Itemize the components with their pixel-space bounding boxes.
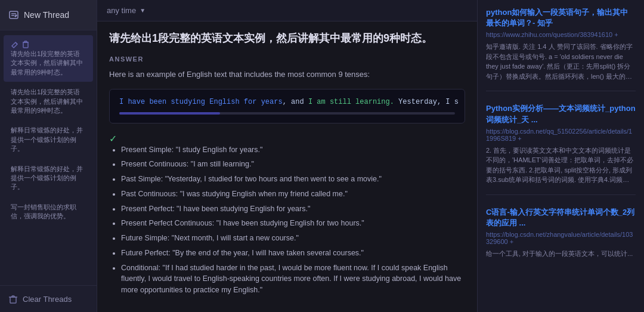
time-filter-label: any time	[107, 6, 136, 15]
thread-item-text: 写一封销售职位的求职信，强调我的优势。	[11, 203, 86, 221]
list-item[interactable]: 解释日常锻炼的好处，并提供一个锻炼计划的例子。	[4, 160, 93, 197]
result-title[interactable]: python如何输入一段英语句子，输出其中最长的单词？- 知乎	[486, 7, 636, 29]
svg-rect-4	[23, 42, 28, 48]
result-snippet: 2. 首先，要识读英文文本和中文文本的词频统计是不同的，'HAMLET'词善处理…	[486, 146, 636, 185]
list-item[interactable]: 请先给出1段完整的英语文本实例，然后讲解其中最常用的9种时态。	[4, 35, 93, 82]
clear-threads-label: Clear Threads	[23, 295, 72, 304]
new-thread-button[interactable]: New Thread	[0, 0, 97, 30]
code-scroll-thumb	[119, 112, 220, 115]
result-url: https://blog.csdn.net/zhangvalue/article…	[486, 231, 636, 245]
search-result: Python实例分析——文本词频统计_python词频统计_天 ... http…	[486, 103, 636, 194]
main-toolbar: any time ▼	[97, 0, 477, 21]
main-area: any time ▼ 请先给出1段完整的英语文本实例，然后讲解其中最常用的9种时…	[97, 0, 477, 312]
list-item: Present Perfect Continuous: "I have been…	[121, 218, 465, 229]
edit-icon	[11, 40, 19, 48]
thread-item-text: 解释日常锻炼的好处，并提供一个锻炼计划的例子。	[11, 165, 86, 192]
list-item: Past Continuous: "I was studying English…	[121, 189, 465, 200]
result-title[interactable]: C语言-输入行英文字符串统计单词个数_2列表的应用 ...	[486, 207, 636, 228]
list-item: Future Perfect: "By the end of the year,…	[121, 248, 465, 259]
thread-list: 请先给出1段完整的英语文本实例，然后讲解其中最常用的9种时态。 请先给出1段完整…	[0, 30, 97, 285]
thread-item-text: 请先给出1段完整的英语文本实例，然后讲解其中最常用的9种时态。	[11, 50, 86, 77]
clear-threads-button[interactable]: Clear Threads	[0, 285, 97, 312]
thread-item-text: 解释日常锻炼的好处，并提供一个锻炼计划的例子。	[11, 126, 86, 153]
code-highlight: I have been studying English for years	[119, 98, 283, 106]
svg-line-3	[16, 42, 17, 44]
tenses-list: Present Simple: "I study English for yea…	[109, 144, 465, 296]
list-item: Conditional: "If I had studied harder in…	[121, 262, 465, 296]
trash-icon	[8, 294, 18, 304]
check-icon: ✓	[109, 133, 465, 144]
result-url: https://www.zhihu.com/question/383941610…	[486, 31, 636, 38]
list-item[interactable]: 解释日常锻炼的好处，并提供一个锻炼计划的例子。	[4, 121, 93, 158]
code-scrollbar[interactable]	[119, 112, 455, 115]
list-item: Present Simple: "I study English for yea…	[121, 144, 465, 156]
right-panel: python如何输入一段英语句子，输出其中最长的单词？- 知乎 https://…	[477, 0, 644, 312]
thread-item-header	[11, 40, 86, 48]
thread-item-icons	[11, 40, 30, 48]
result-title[interactable]: Python实例分析——文本词频统计_python词频统计_天 ...	[486, 103, 636, 125]
main-scroll-area: 请先给出1段完整的英语文本实例，然后讲解其中最常用的9种时态。 ANSWER H…	[97, 21, 477, 312]
delete-icon[interactable]	[21, 40, 30, 48]
list-item: Present Perfect: "I have been studying E…	[121, 203, 465, 215]
list-item: Past Simple: "Yesterday, I studied for t…	[121, 174, 465, 185]
list-item: Present Continuous: "I am still learning…	[121, 159, 465, 170]
svg-rect-9	[10, 297, 16, 303]
thread-item-text: 请先给出1段完整的英语文本实例，然后讲解其中最常用的9种时态。	[11, 88, 86, 115]
new-thread-label: New Thread	[24, 10, 69, 20]
list-item[interactable]: 请先给出1段完整的英语文本实例，然后讲解其中最常用的9种时态。	[4, 83, 93, 120]
sidebar: New Thread	[0, 0, 97, 312]
question-text: 请先给出1段完整的英语文本实例，然后讲解其中最常用的9种时态。	[109, 31, 465, 46]
search-result: C语言-输入行英文字符串统计单词个数_2列表的应用 ... https://bl…	[486, 207, 636, 268]
code-block: I have been studying English for years, …	[109, 89, 465, 123]
result-url: https://blog.csdn.net/qq_51502256/articl…	[486, 128, 636, 142]
result-snippet: 知乎邀请版. 关注 1.4 人 赞同了该回答. 省略你的字段不包含逗号或句号. …	[486, 42, 636, 81]
result-snippet: 给一个工具, 对于输入的一段英语文本，可以统计...	[486, 249, 636, 259]
code-text: I have been studying English for years, …	[119, 98, 455, 106]
list-item: Future Simple: "Next month, I will start…	[121, 233, 465, 244]
time-filter-dropdown[interactable]: any time ▼	[107, 6, 145, 15]
answer-label: ANSWER	[109, 55, 465, 63]
answer-intro: Here is an example of English text that …	[109, 69, 465, 81]
search-result: python如何输入一段英语句子，输出其中最长的单词？- 知乎 https://…	[486, 7, 636, 91]
new-thread-icon	[8, 10, 19, 20]
chevron-down-icon: ▼	[140, 7, 145, 14]
list-item[interactable]: 写一封销售职位的求职信，强调我的优势。	[4, 198, 93, 226]
